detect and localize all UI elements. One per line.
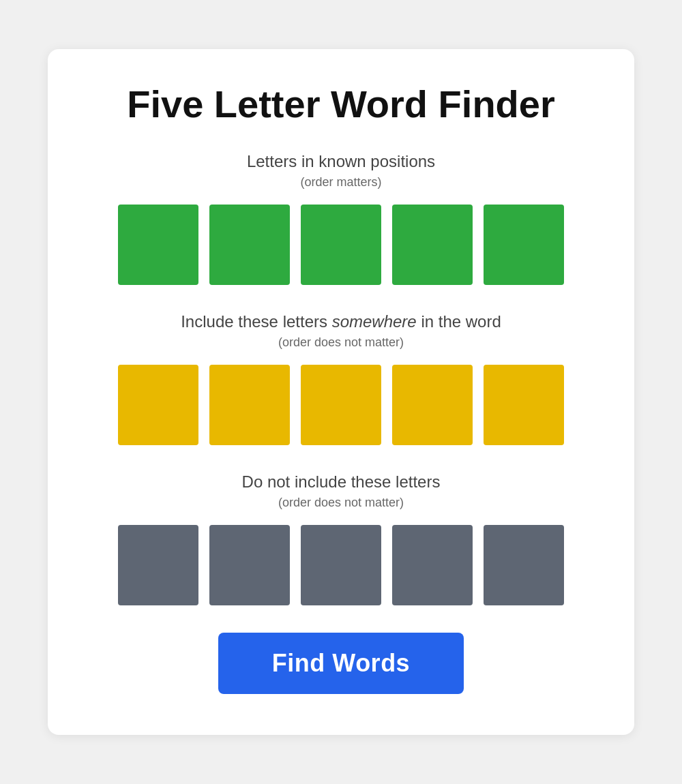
somewhere-tiles-row xyxy=(89,365,593,445)
somewhere-input-3[interactable] xyxy=(301,365,381,445)
exclude-tile-4[interactable] xyxy=(392,525,473,605)
known-input-5[interactable] xyxy=(484,205,564,285)
exclude-title: Do not include these letters xyxy=(89,472,593,492)
known-tile-3[interactable] xyxy=(301,205,381,285)
known-tile-2[interactable] xyxy=(209,205,290,285)
somewhere-tile-2[interactable] xyxy=(209,365,290,445)
page-title: Five Letter Word Finder xyxy=(89,83,593,125)
known-tile-4[interactable] xyxy=(392,205,473,285)
exclude-input-2[interactable] xyxy=(209,525,290,605)
exclude-tile-3[interactable] xyxy=(301,525,381,605)
main-card: Five Letter Word Finder Letters in known… xyxy=(48,49,634,736)
find-words-button[interactable]: Find Words xyxy=(218,633,464,694)
known-input-2[interactable] xyxy=(209,205,290,285)
known-positions-section: Letters in known positions (order matter… xyxy=(89,152,593,285)
exclude-tiles-row xyxy=(89,525,593,605)
somewhere-input-1[interactable] xyxy=(118,365,198,445)
exclude-tile-2[interactable] xyxy=(209,525,290,605)
somewhere-tile-3[interactable] xyxy=(301,365,381,445)
known-positions-subtitle: (order matters) xyxy=(89,175,593,190)
exclude-tile-5[interactable] xyxy=(484,525,564,605)
known-title-text: Letters in known positions xyxy=(247,152,435,170)
somewhere-input-4[interactable] xyxy=(392,365,473,445)
somewhere-section: Include these letters somewhere in the w… xyxy=(89,312,593,445)
somewhere-tile-4[interactable] xyxy=(392,365,473,445)
known-tile-1[interactable] xyxy=(118,205,198,285)
known-input-3[interactable] xyxy=(301,205,381,285)
somewhere-title: Include these letters somewhere in the w… xyxy=(89,312,593,331)
known-tiles-row xyxy=(89,205,593,285)
somewhere-input-2[interactable] xyxy=(209,365,290,445)
exclude-input-3[interactable] xyxy=(301,525,381,605)
known-positions-title: Letters in known positions xyxy=(89,152,593,171)
somewhere-italic: somewhere xyxy=(332,312,417,331)
exclude-input-1[interactable] xyxy=(118,525,198,605)
somewhere-tile-5[interactable] xyxy=(484,365,564,445)
known-input-1[interactable] xyxy=(118,205,198,285)
exclude-input-4[interactable] xyxy=(392,525,473,605)
somewhere-subtitle: (order does not matter) xyxy=(89,335,593,350)
known-tile-5[interactable] xyxy=(484,205,564,285)
known-input-4[interactable] xyxy=(392,205,473,285)
exclude-input-5[interactable] xyxy=(484,525,564,605)
somewhere-input-5[interactable] xyxy=(484,365,564,445)
exclude-tile-1[interactable] xyxy=(118,525,198,605)
exclude-section: Do not include these letters (order does… xyxy=(89,472,593,605)
exclude-subtitle: (order does not matter) xyxy=(89,496,593,510)
somewhere-tile-1[interactable] xyxy=(118,365,198,445)
